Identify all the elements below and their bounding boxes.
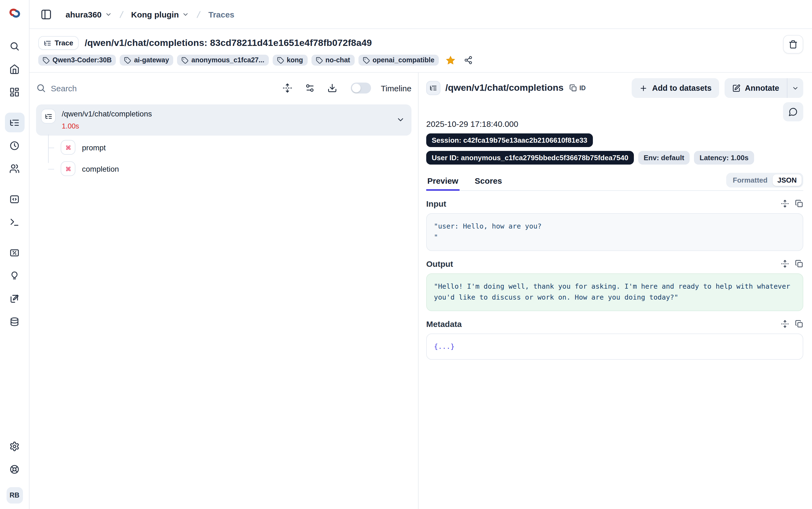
sidebar-item-playground[interactable] [5,212,24,232]
tree-item-label: prompt [82,143,106,152]
tag-label: Qwen3-Coder:30B [52,56,112,64]
session-badge[interactable]: Session: c42fca19b75e13aac2b2106610f81e3… [426,133,593,147]
database-icon [9,316,20,327]
search-icon [36,83,46,93]
comments-button[interactable] [783,102,803,122]
chevron-down-icon[interactable] [396,115,405,124]
collapse-section-button[interactable] [781,260,789,268]
trace-timestamp: 2025-10-29 17:18:40.000 [426,119,803,129]
plus-icon [639,84,648,92]
sidebar-item-search[interactable] [5,36,24,56]
sidebar-item-prompts[interactable] [5,189,24,209]
top-bar: ahura360 Kong plugin Traces [30,0,812,29]
annotate-dropdown-button[interactable] [787,78,803,98]
download-icon [327,83,337,93]
tag-label: kong [287,56,303,64]
tab-scores[interactable]: Scores [474,173,503,190]
breadcrumb-page[interactable]: Traces [209,9,234,19]
share-button[interactable] [464,56,473,65]
copy-icon[interactable] [795,319,803,328]
user-avatar[interactable]: RB [6,487,23,504]
input-section: Input "user: Hello, how are you? " [426,199,803,251]
trash-icon [788,40,798,49]
panel-toggle-button[interactable] [37,5,54,23]
tree-root-meta: /qwen/v1/chat/completions 1.00s [62,109,152,130]
copy-icon[interactable] [795,200,803,208]
detail-actions: Add to datasets Annotate [632,78,803,98]
trace-node-badge [426,81,440,95]
org-name: ahura360 [66,9,102,19]
annotate-button-group: Annotate [725,78,803,98]
sidebar-item-datasets[interactable] [5,312,24,331]
app-logo [5,4,24,23]
sidebar-item-users[interactable] [5,159,24,178]
format-option-json[interactable]: JSON [772,174,802,186]
main-column: ahura360 Kong plugin Traces Trace /qwe [30,0,812,509]
gear-icon [9,441,20,451]
sidebar-item-dashboards[interactable] [5,82,24,102]
detail-title: /qwen/v1/chat/completions [445,82,564,94]
trace-detail-panel: /qwen/v1/chat/completions ID Add to data… [418,73,812,509]
sidebar-item-home[interactable] [5,59,24,79]
tag-label: no-chat [325,56,350,64]
tag[interactable]: anonymous_c1fca27... [177,55,269,66]
output-content: "Hello! I'm doing well, thank you for as… [426,273,803,311]
search-icon [9,41,20,51]
tag[interactable]: no-chat [311,55,354,66]
home-icon [9,64,20,74]
tag[interactable]: kong [272,55,307,66]
breadcrumb: ahura360 Kong plugin Traces [66,9,234,19]
trace-type-badge: Trace [38,36,79,50]
tree-settings-button[interactable] [305,83,315,93]
detail-header: /qwen/v1/chat/completions ID Add to data… [426,78,803,98]
timeline-label: Timeline [381,83,411,93]
input-section-header: Input [426,199,803,208]
collapse-section-button[interactable] [781,319,789,328]
bookmark-star-button[interactable] [445,55,456,65]
content-split: Timeline /qwen/v1/chat/completions 1.00s [30,73,812,509]
trace-node-badge [41,109,56,124]
org-selector[interactable]: ahura360 [66,9,112,19]
event-badge [61,140,75,155]
star-icon [445,55,456,65]
tab-preview[interactable]: Preview [426,173,459,190]
format-option-formatted[interactable]: Formatted [728,174,772,186]
tree-search-row: Timeline [36,76,411,100]
delete-trace-button[interactable] [783,35,803,54]
add-to-datasets-button[interactable]: Add to datasets [632,78,719,98]
sidebar-item-sessions[interactable] [5,136,24,155]
pen-square-icon [9,293,20,304]
timeline-toggle[interactable] [351,82,371,94]
sidebar-item-evaluation[interactable] [5,243,24,263]
user-id-badge[interactable]: User ID: anonymous_c1fca2795bbedc5f36678… [426,151,634,165]
annotate-button[interactable]: Annotate [725,78,787,98]
tree-item-label: completion [82,164,119,173]
clock-icon [9,140,20,150]
lifebuoy-icon [9,464,20,474]
copy-icon[interactable] [795,260,803,268]
tree-root-name: /qwen/v1/chat/completions [62,109,152,118]
metadata-section-header: Metadata [426,319,803,328]
sidebar-item-tracing[interactable] [5,113,24,132]
list-tree-icon [44,39,51,47]
format-toggle: Formatted JSON [726,173,803,188]
tree-item-prompt[interactable]: prompt [36,137,411,158]
tree-children: prompt completion [36,137,411,179]
download-button[interactable] [327,83,337,93]
sidebar-item-support[interactable] [5,459,24,479]
sidebar-item-insights[interactable] [5,266,24,285]
tags-row: Qwen3-Coder:30B ai-gateway anonymous_c1f… [38,55,803,66]
sidebar-item-settings[interactable] [5,436,24,456]
sidebar-item-annotation[interactable] [5,289,24,308]
collapse-section-button[interactable] [781,200,789,208]
search-input[interactable] [51,83,270,93]
copy-id-button[interactable]: ID [570,84,586,92]
tag[interactable]: Qwen3-Coder:30B [38,55,116,66]
lightbulb-icon [9,270,20,281]
tree-item-completion[interactable]: completion [36,158,411,179]
tag[interactable]: ai-gateway [120,55,174,66]
project-selector[interactable]: Kong plugin [131,9,189,19]
tree-root-row[interactable]: /qwen/v1/chat/completions 1.00s [36,104,411,136]
collapse-all-button[interactable] [283,83,292,93]
tag[interactable]: openai_compatible [358,55,439,66]
